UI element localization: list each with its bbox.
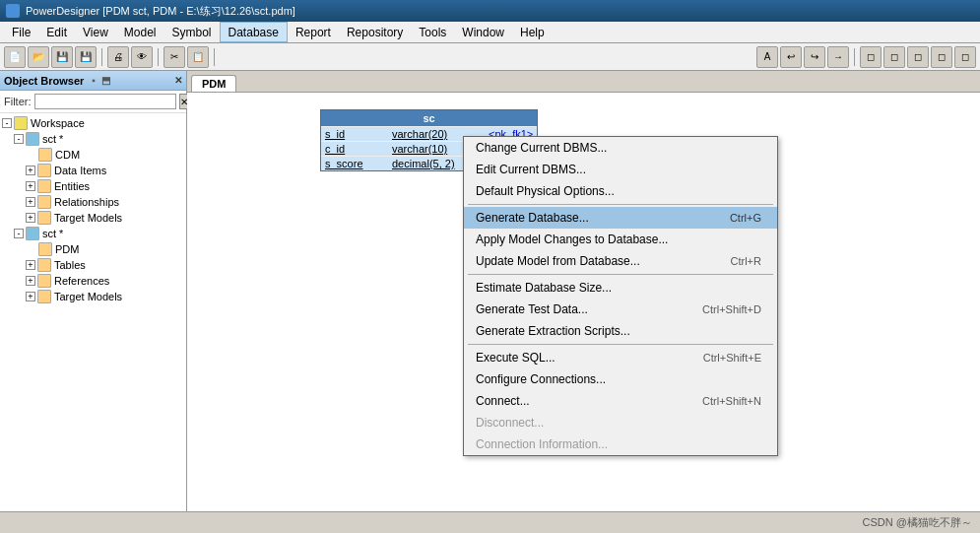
menu-database[interactable]: Database [220,22,288,42]
toolbar-right2[interactable]: ↩ [780,46,802,68]
tree-expand-btn[interactable]: + [26,166,35,175]
tree-expand-btn[interactable]: + [26,260,35,270]
content-area: PDM sc s_idvarchar(20)<pk, fk1>c_idvarch… [187,71,980,511]
menu-separator [468,274,773,275]
dropdown-menu-item[interactable]: Execute SQL...Ctrl+Shift+E [464,347,777,368]
panel-header: Object Browser ▪ ⬒ ✕ [0,71,186,91]
tree-item-label: Target Models [54,291,122,302]
tree-item[interactable]: +Tables [0,257,186,273]
tree-item[interactable]: -sct * [0,226,186,241]
tree-item[interactable]: -Workspace [0,115,186,131]
tree-item-label: CDM [55,149,80,161]
filter-row: Filter: ✕ ↻ [0,91,186,113]
database-dropdown-menu[interactable]: Change Current DBMS...Edit Current DBMS.… [463,136,778,456]
dropdown-menu-item[interactable]: Estimate Database Size... [464,277,777,299]
menu-item-label: Generate Test Data... [476,302,588,316]
toolbar-right1[interactable]: A [756,46,778,68]
toolbar-open[interactable]: 📂 [28,46,49,68]
menu-edit[interactable]: Edit [38,22,75,42]
filter-input[interactable] [34,94,176,109]
toolbar-right9[interactable]: ◻ [954,46,976,68]
tree-item[interactable]: +References [0,273,186,289]
dropdown-menu-item[interactable]: Connect...Ctrl+Shift+N [464,390,777,412]
menu-view[interactable]: View [75,22,116,42]
tree-expand-btn[interactable]: - [14,134,24,144]
tree-item[interactable]: -sct * [0,131,186,147]
tree-item[interactable]: CDM [0,147,186,163]
tree-item-label: sct * [42,228,63,239]
panel-close-button[interactable]: ✕ [174,75,182,86]
toolbar-print[interactable]: 🖨 [107,46,129,68]
tree-item-icon [26,132,39,146]
toolbar-cut[interactable]: ✂ [163,46,185,68]
dropdown-menu-item[interactable]: Update Model from Database...Ctrl+R [464,250,777,272]
toolbar-new[interactable]: 📄 [4,46,26,68]
panel-pin[interactable]: ▪ [92,75,96,86]
tree-item-label: PDM [55,243,79,255]
dropdown-menu-item[interactable]: Configure Connections... [464,368,777,390]
toolbar-right6[interactable]: ◻ [883,46,905,68]
toolbar-right8[interactable]: ◻ [931,46,952,68]
menu-item-label: Apply Model Changes to Database... [476,233,668,246]
tree-item[interactable]: +Target Models [0,210,186,226]
menu-repository[interactable]: Repository [339,22,411,42]
col-name: c_id [325,143,384,155]
tree-expand-btn[interactable]: + [26,276,35,286]
toolbar-right7[interactable]: ◻ [907,46,929,68]
panel-float[interactable]: ⬒ [101,75,110,86]
tree-item-label: Target Models [54,212,122,224]
tree-expand-btn[interactable]: - [2,118,12,128]
toolbar-preview[interactable]: 👁 [131,46,153,68]
menu-item-label: Estimate Database Size... [476,281,612,295]
menu-item-label: Generate Extraction Scripts... [476,324,630,338]
tree-item[interactable]: PDM [0,241,186,257]
menu-model[interactable]: Model [116,22,164,42]
dropdown-menu-item[interactable]: Generate Extraction Scripts... [464,320,777,342]
tree-item-label: Data Items [54,165,106,176]
tab-bar: PDM [187,71,980,93]
dropdown-menu-item[interactable]: Generate Test Data...Ctrl+Shift+D [464,299,777,320]
tree-expand-btn[interactable]: + [26,197,35,207]
toolbar-right3[interactable]: ↪ [804,46,825,68]
toolbar-copy[interactable]: 📋 [187,46,209,68]
menu-file[interactable]: File [4,22,38,42]
tree-expand-btn[interactable]: + [26,181,35,191]
tree-expand-btn[interactable]: + [26,292,35,301]
tree-item-label: References [54,275,109,287]
toolbar-right5[interactable]: ◻ [860,46,882,68]
toolbar: 📄 📂 💾 💾 🖨 👁 ✂ 📋 A ↩ ↪ → ◻ ◻ ◻ ◻ ◻ [0,43,980,71]
menu-item-label: Connect... [476,394,530,408]
menu-tools[interactable]: Tools [411,22,454,42]
tree-item[interactable]: +Target Models [0,289,186,304]
menu-report[interactable]: Report [288,22,339,42]
menu-window[interactable]: Window [454,22,512,42]
dropdown-menu-item[interactable]: Change Current DBMS... [464,137,777,159]
tree-item[interactable]: +Data Items [0,163,186,178]
tree-expand-btn[interactable]: + [26,213,35,223]
menu-symbol[interactable]: Symbol [164,22,220,42]
tree-item-icon [37,164,51,177]
menu-item-shortcut: Ctrl+Shift+E [703,352,761,364]
toolbar-save[interactable]: 💾 [51,46,73,68]
menu-item-label: Disconnect... [476,416,544,430]
menu-item-label: Default Physical Options... [476,184,615,198]
menu-help[interactable]: Help [512,22,553,42]
tree-item-label: sct * [42,133,63,145]
tree-item[interactable]: +Relationships [0,194,186,210]
dropdown-menu-item[interactable]: Generate Database...Ctrl+G [464,207,777,229]
diagram-area[interactable]: sc s_idvarchar(20)<pk, fk1>c_idvarchar(1… [187,93,980,511]
dropdown-menu-item[interactable]: Apply Model Changes to Database... [464,229,777,250]
dropdown-overlay: Change Current DBMS...Edit Current DBMS.… [187,93,980,511]
menu-separator [468,204,773,205]
tree-expand-btn[interactable]: - [14,229,24,238]
menu-item-label: Generate Database... [476,211,589,225]
dropdown-menu-item[interactable]: Edit Current DBMS... [464,159,777,180]
tree-item-icon [14,116,28,130]
toolbar-sep3 [214,48,215,66]
menu-bar: File Edit View Model Symbol Database Rep… [0,22,980,43]
toolbar-save2[interactable]: 💾 [75,46,97,68]
tab-pdm[interactable]: PDM [191,75,236,92]
tree-item[interactable]: +Entities [0,178,186,194]
toolbar-right4[interactable]: → [827,46,849,68]
dropdown-menu-item[interactable]: Default Physical Options... [464,180,777,202]
